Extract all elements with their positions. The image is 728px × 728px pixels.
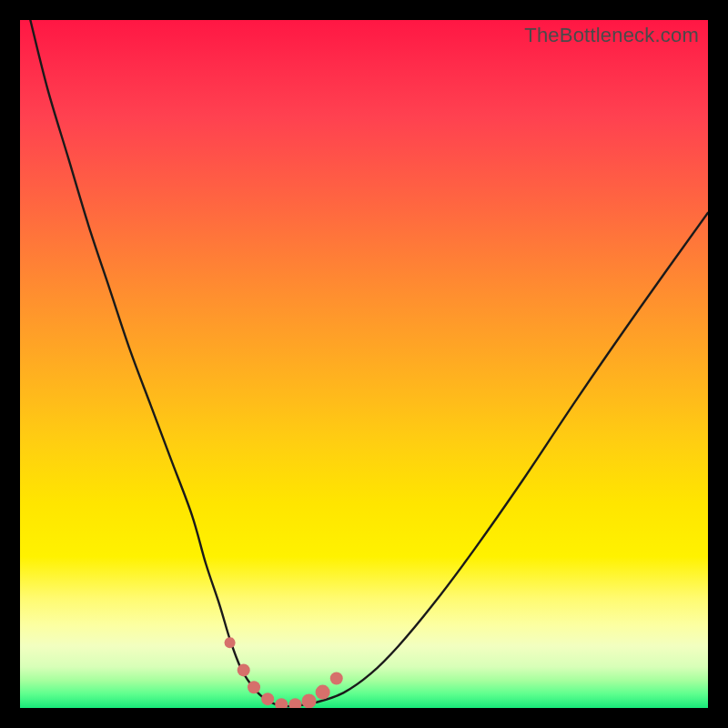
highlight-dot xyxy=(248,681,260,693)
chart-frame: TheBottleneck.com xyxy=(0,0,728,728)
bottleneck-curve xyxy=(30,20,708,706)
highlight-dot xyxy=(261,693,274,705)
curve-svg xyxy=(20,20,708,708)
highlight-dot xyxy=(316,685,330,700)
highlight-dot xyxy=(288,698,301,708)
highlight-dot xyxy=(330,672,343,684)
marker-group xyxy=(225,637,343,708)
highlight-dot xyxy=(238,663,250,676)
highlight-dot xyxy=(302,693,317,708)
plot-area: TheBottleneck.com xyxy=(20,20,708,708)
highlight-dot xyxy=(275,698,288,708)
highlight-dot xyxy=(225,637,236,648)
